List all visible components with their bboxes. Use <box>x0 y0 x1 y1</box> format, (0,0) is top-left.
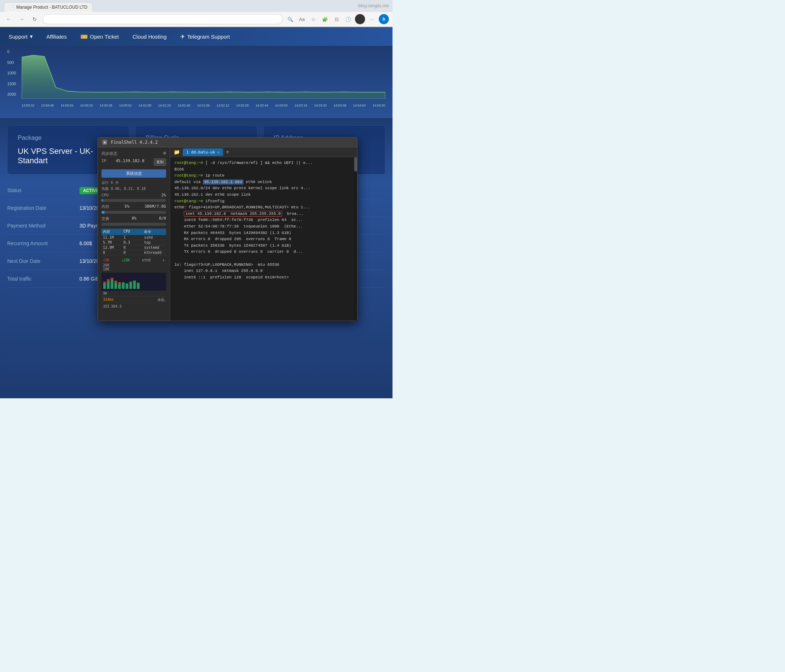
fs-sysinfo-button[interactable]: 系统信息 <box>102 169 166 178</box>
terminal-line-9: inet 45.139.182.8 netmask 255.255.255.0 … <box>174 211 353 217</box>
svg-rect-6 <box>126 283 128 289</box>
terminal-line-4: default via 45.139.182.1 dev eth0 onlink <box>174 179 353 186</box>
terminal-line-2: BIOS <box>174 166 353 173</box>
chart-area: 2000 1500 1000 500 0 13:59:32 13:59:48 <box>0 46 392 118</box>
fs-uptime: 运行 6 分 <box>102 180 166 185</box>
fs-terminal-output: root@tang:~# [ -d /sys/firmware/efi ] &&… <box>170 157 357 320</box>
fs-mem-fill <box>102 211 105 214</box>
fs-app-icon: ■ <box>102 140 107 145</box>
terminal-line-15: TX errors 0 dropped 0 overruns 0 carrier… <box>174 249 353 255</box>
fs-mem-detail: 386M/7.8G <box>144 204 166 209</box>
fs-cpu-bar <box>102 199 166 202</box>
svg-rect-5 <box>122 282 125 289</box>
scrollbar-track[interactable] <box>354 157 357 320</box>
terminal-line-blank <box>174 255 353 262</box>
fs-cpu-label: CPU <box>102 193 109 197</box>
scrollbar-thumb[interactable] <box>354 157 357 172</box>
recurring-value: 6.00$ <box>80 241 92 246</box>
fs-mem-bar <box>102 211 166 214</box>
fs-mem-value: 5% <box>125 204 129 209</box>
terminal-line-1: root@tang:~# [ -d /sys/firmware/efi ] &&… <box>174 160 353 166</box>
payment-label: Payment Method <box>7 223 80 228</box>
fs-ping-value: 314ms <box>103 297 114 303</box>
traffic-label: Total traffic <box>7 276 80 282</box>
fs-traffic-iface: eth0 <box>142 258 150 262</box>
terminal-line-17: inet 127.0.0.1 netmask 255.0.0.0 <box>174 268 353 274</box>
support-dropdown-icon: ▾ <box>30 33 33 40</box>
cloud-hosting-label: Cloud Hosting <box>133 34 166 40</box>
fs-mem-label: 内存 <box>102 204 109 209</box>
terminal-line-13: RX errors 0 dropped 205 overruns 0 frame… <box>174 236 353 243</box>
fs-sync-label: 同步状态 <box>102 151 117 156</box>
terminal-line-11: ether 52:54:00:78:f7:36 txqueuelen 1000 … <box>174 223 353 230</box>
svg-rect-7 <box>129 282 132 289</box>
fs-folder-button[interactable]: 📁 <box>172 148 181 156</box>
fs-tab-close-icon[interactable]: ✕ <box>217 150 219 154</box>
open-ticket-label: Open Ticket <box>90 34 119 40</box>
fs-cpu-value: 2% <box>161 193 166 197</box>
cloud-hosting-nav-item[interactable]: Cloud Hosting <box>131 34 168 40</box>
fs-titlebar: ■ FinalShell 4.2.4.2 <box>98 138 357 147</box>
fs-tab-active[interactable]: 1 dd-batu-uk ✕ <box>183 148 223 156</box>
terminal-line-3: root@tang:~# ip route <box>174 173 353 179</box>
bing-button[interactable]: b <box>379 14 389 24</box>
fs-traffic-down: ↓18K <box>121 258 130 262</box>
fs-swap-detail: 0/0 <box>159 216 166 221</box>
open-ticket-nav-item[interactable]: 🎫 Open Ticket <box>79 33 120 40</box>
recurring-label: Recurring Amount <box>7 241 80 246</box>
svg-rect-0 <box>103 283 106 289</box>
terminal-line-12: RX packets 464453 bytes 1429694302 (1.3 … <box>174 230 353 236</box>
terminal-line-10: inet6 fe80::5054:ff:fe78:f736 prefixlen … <box>174 217 353 223</box>
fs-tab-bar: 📁 1 dd-batu-uk ✕ + <box>170 147 357 157</box>
fs-ping-levels: 355 304.5 <box>102 304 166 309</box>
fs-traffic-arrow: ▾ <box>163 258 165 262</box>
chart-y-labels: 2000 1500 1000 500 0 <box>7 50 22 97</box>
fs-ip-value: 45.139.182.8 <box>116 158 144 166</box>
forward-button[interactable]: → <box>17 14 27 24</box>
affiliates-nav-item[interactable]: Affiliates <box>45 34 68 40</box>
terminal-line-6: 45.139.182.1 dev eth0 scope link <box>174 192 353 198</box>
fs-cpu-fill <box>102 199 103 202</box>
search-icon[interactable]: 🔍 <box>286 14 295 24</box>
terminal-line-7: root@tang:~# ifconfig <box>174 198 353 205</box>
telegram-nav-item[interactable]: ✈ Telegram Support <box>179 33 231 40</box>
next-due-label: Next Due Date <box>7 258 80 264</box>
refresh-button[interactable]: ↻ <box>30 14 40 24</box>
ticket-icon: 🎫 <box>81 33 88 40</box>
svg-rect-14 <box>118 282 121 284</box>
navigation-bar: Support ▾ Affiliates 🎫 Open Ticket Cloud… <box>0 27 392 46</box>
fs-mini-chart <box>102 273 166 291</box>
fs-swap-label: 交换 <box>102 216 109 221</box>
fs-copy-button[interactable]: 复制 <box>154 158 166 166</box>
tab-favicon: 📄 <box>9 5 14 10</box>
split-view-icon[interactable]: ⊡ <box>332 14 341 24</box>
support-nav-item[interactable]: Support ▾ <box>7 33 34 40</box>
svg-rect-1 <box>107 282 110 289</box>
fs-proc-row-4: 0 0 kthreadd <box>102 250 166 255</box>
address-bar[interactable]: ductdetails&id=3299 <box>42 14 283 24</box>
extensions-icon[interactable]: 🧩 <box>320 14 330 24</box>
favorites-icon[interactable]: ☆ <box>309 14 318 24</box>
browser-tab[interactable]: 📄 Manage Product - BATUCLOUD LTD <box>4 2 93 12</box>
fs-add-tab-button[interactable]: + <box>225 147 231 157</box>
terminal-line-8: eth0: flags=4163<UP,BROADCAST,RUNNING,MU… <box>174 205 353 211</box>
read-icon[interactable]: Aa <box>297 14 306 24</box>
traffic-value: 0.86 GiB <box>80 276 99 282</box>
terminal-line-16: lo: flags=73<UP,LOOPBACK,RUNNING> mtu 65… <box>174 262 353 268</box>
telegram-icon: ✈ <box>180 33 185 40</box>
fs-proc-row-1: 11.1M 1 sshd <box>102 235 166 240</box>
fs-title: FinalShell 4.2.4.2 <box>111 140 158 145</box>
tab-title: Manage Product - BATUCLOUD LTD <box>16 5 88 10</box>
status-label: Status <box>7 188 80 193</box>
svg-rect-3 <box>114 283 117 289</box>
history-icon[interactable]: 🕐 <box>343 14 353 24</box>
svg-rect-10 <box>103 282 106 283</box>
terminal-line-14: TX packets 358330 bytes 1540274587 (1.4 … <box>174 243 353 249</box>
more-options-icon[interactable]: ··· <box>367 14 377 24</box>
fs-process-table: 内存 CPU 命令 11.1M 1 sshd 5.7M 0.3 top <box>102 228 166 255</box>
fs-swap-value: 0% <box>132 216 136 221</box>
profile-avatar[interactable] <box>355 14 365 24</box>
back-button[interactable]: ← <box>4 14 14 24</box>
fs-proc-header: 内存 CPU 命令 <box>102 228 166 235</box>
affiliates-label: Affiliates <box>47 34 67 40</box>
